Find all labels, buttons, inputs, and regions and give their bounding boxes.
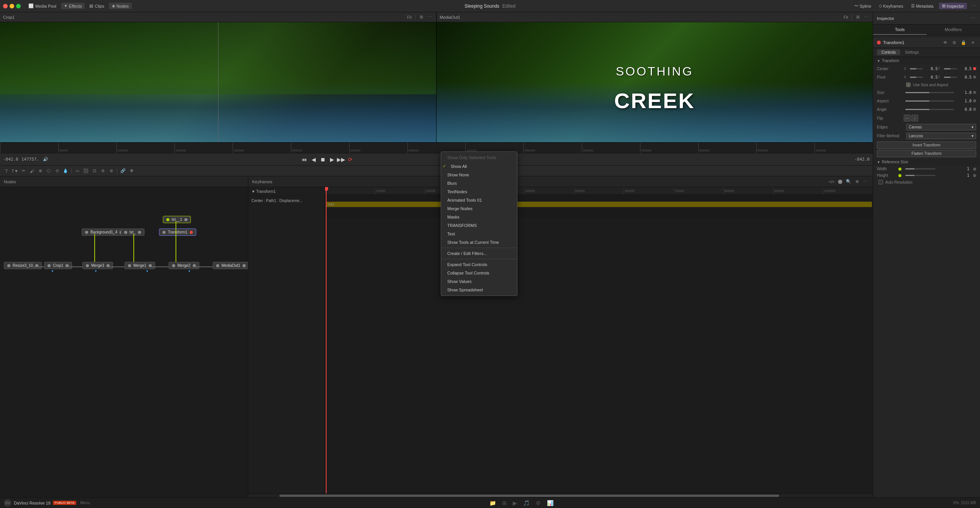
cs-tab-settings[interactable]: Settings xyxy=(900,49,923,55)
status-icon-3[interactable]: ▶ xyxy=(513,500,517,506)
node-txt1[interactable]: txt__1 xyxy=(163,216,191,223)
step-forward-button[interactable]: ▶▶ xyxy=(337,156,345,163)
flatten-transform-btn[interactable]: Flatten Transform xyxy=(877,150,976,157)
viewer-left-grid[interactable]: ⊞ xyxy=(418,14,425,21)
node-merge2[interactable]: Merge2 xyxy=(169,262,199,269)
size-value[interactable]: 1.0 xyxy=(955,90,972,95)
clips-button[interactable]: ▤ Clips xyxy=(86,3,107,9)
node-tool-8[interactable]: ⊚ xyxy=(99,168,106,174)
center-y-slider[interactable] xyxy=(944,68,957,69)
viewer-right-options[interactable]: ⋯ xyxy=(863,14,870,21)
step-back-button[interactable]: ◀ xyxy=(310,156,317,163)
kf-scrollbar[interactable] xyxy=(248,493,873,497)
width-keyframe-dot[interactable] xyxy=(973,168,976,171)
dropdown-item-transforms[interactable]: TRANSFORMS xyxy=(441,221,517,230)
effects-button[interactable]: ✦ Effects xyxy=(61,3,85,9)
viewer-left-options[interactable]: ⋯ xyxy=(426,14,433,21)
t1-close-btn[interactable]: ✕ xyxy=(969,39,976,46)
dropdown-item-show-all[interactable]: Show All xyxy=(441,162,517,171)
kf-tree-item-1[interactable]: Center : Path1 : Displaceme... xyxy=(248,196,325,206)
center-keyframe-dot[interactable] xyxy=(973,67,976,70)
viewer-left-fit[interactable]: Fit xyxy=(406,14,413,21)
use-size-aspect-checkbox[interactable] xyxy=(906,82,911,87)
node-tool-6[interactable]: ⬛ xyxy=(82,168,89,174)
audio-icon[interactable]: 🔊 xyxy=(42,156,49,163)
pivot-y-value[interactable]: 0.5 xyxy=(959,75,972,79)
close-button[interactable] xyxy=(3,4,8,8)
pivot-x-slider[interactable] xyxy=(910,77,923,78)
height-value[interactable]: 1 xyxy=(939,173,970,178)
kf-scrollbar-thumb[interactable] xyxy=(279,495,779,497)
aspect-keyframe-dot[interactable] xyxy=(973,99,976,102)
kf-code-btn[interactable]: </> xyxy=(828,178,835,185)
node-tool-7[interactable]: ⊡ xyxy=(91,168,98,174)
dropdown-item-merge-nodes[interactable]: Merge Nodes xyxy=(441,204,517,213)
section-transform[interactable]: ▼ Transform xyxy=(873,57,980,64)
center-x-slider[interactable] xyxy=(910,68,923,69)
width-slider[interactable] xyxy=(905,168,936,169)
status-icon-4[interactable]: 🎵 xyxy=(523,500,530,506)
dropdown-item-create-filters[interactable]: Create / Edit Filters... xyxy=(441,249,517,258)
node-bg1[interactable]: Background1_4 xyxy=(82,229,126,236)
node-tool-target[interactable]: ⊙ xyxy=(54,168,61,174)
dropdown-item-show-tools-time[interactable]: Show Tools at Current Time xyxy=(441,238,517,247)
dropdown-item-show-values[interactable]: Show Values xyxy=(441,277,517,286)
dropdown-item-show-only-selected[interactable]: Show Only Selected Tools xyxy=(441,153,517,162)
node-tool-clone[interactable]: ⊕ xyxy=(37,168,44,174)
spline-button[interactable]: 〜 Spline xyxy=(852,2,874,10)
stop-button[interactable]: ⏹ xyxy=(319,156,327,163)
size-slider[interactable] xyxy=(905,92,954,93)
play-button[interactable]: ▶ xyxy=(328,156,336,163)
node-transform1[interactable]: Transform1 xyxy=(159,229,196,236)
status-icon-5[interactable]: ⚙ xyxy=(536,500,541,506)
node-tool-text[interactable]: T xyxy=(3,168,10,174)
viewer-right-grid[interactable]: ⊞ xyxy=(854,14,861,21)
width-value[interactable]: 1 xyxy=(939,167,970,171)
status-icon-2[interactable]: ⊞ xyxy=(502,500,507,506)
node-tool-5[interactable]: ▭ xyxy=(74,168,81,174)
pivot-y-slider[interactable] xyxy=(944,77,957,78)
t1-vis-btn[interactable]: 👁 xyxy=(942,39,949,46)
kf-options-btn[interactable]: ⋯ xyxy=(862,178,869,185)
dropdown-item-test[interactable]: Test xyxy=(441,230,517,238)
node-tool-9[interactable]: ⊛ xyxy=(108,168,115,174)
fullscreen-button[interactable] xyxy=(16,4,21,8)
kf-playhead[interactable] xyxy=(326,187,327,493)
node-tool-drop[interactable]: 💧 xyxy=(62,168,69,174)
metadata-button[interactable]: ☰ Metadata xyxy=(909,3,936,9)
edges-select[interactable]: Canvas ▾ xyxy=(906,124,976,130)
status-icon-1[interactable]: 📁 xyxy=(489,500,496,506)
dropdown-item-masks[interactable]: Masks xyxy=(441,213,517,221)
invert-transform-btn[interactable]: Invert Transform xyxy=(877,141,976,149)
node-tool-poly[interactable]: ⬡ xyxy=(45,168,52,174)
pivot-keyframe-dot[interactable] xyxy=(973,76,976,79)
kf-dot-btn[interactable]: ⬤ xyxy=(837,178,844,185)
dropdown-item-expand-controls[interactable]: Expand Tool Controls xyxy=(441,260,517,269)
cs-tab-controls[interactable]: Controls xyxy=(877,49,900,55)
node-tool-link[interactable]: 🔗 xyxy=(120,168,126,174)
keyframes-button[interactable]: ◇ Keyframes xyxy=(877,3,906,9)
section-reference-size[interactable]: ▼ Reference Size xyxy=(873,158,980,166)
status-icon-6[interactable]: 📊 xyxy=(547,500,553,506)
t1-settings-btn[interactable]: ⚙ xyxy=(951,39,958,46)
inspector-options-btn[interactable]: ⋯ xyxy=(969,15,976,22)
angle-slider[interactable] xyxy=(905,109,954,110)
angle-keyframe-dot[interactable] xyxy=(973,108,976,111)
kf-tree-item-0[interactable]: ▼ Transform1 xyxy=(248,187,325,196)
aspect-slider[interactable] xyxy=(905,100,954,102)
node-tool-pen[interactable]: ✏ xyxy=(20,168,27,174)
nodes-canvas[interactable]: Resize3_10 Crop1 Merge3 xyxy=(0,187,248,508)
window-options-button[interactable]: ⋯ xyxy=(970,3,977,10)
node-tool-text2[interactable]: T▼ xyxy=(11,168,18,174)
node-tool-brush[interactable]: 🖌 xyxy=(28,168,35,174)
auto-resolution-checkbox[interactable] xyxy=(878,180,883,184)
aspect-value[interactable]: 1.0 xyxy=(955,99,972,103)
kf-search-btn[interactable]: 🔍 xyxy=(845,178,852,185)
node-txt[interactable]: txt_ xyxy=(121,229,144,236)
height-keyframe-dot[interactable] xyxy=(973,174,976,177)
minimize-button[interactable] xyxy=(10,4,14,8)
nodes-button[interactable]: ◈ Nodes xyxy=(109,3,132,9)
kf-zoom-btn[interactable]: ⊕ xyxy=(854,178,860,185)
media-pool-button[interactable]: ⬜ Media Pool xyxy=(25,3,59,9)
height-slider[interactable] xyxy=(905,175,936,176)
